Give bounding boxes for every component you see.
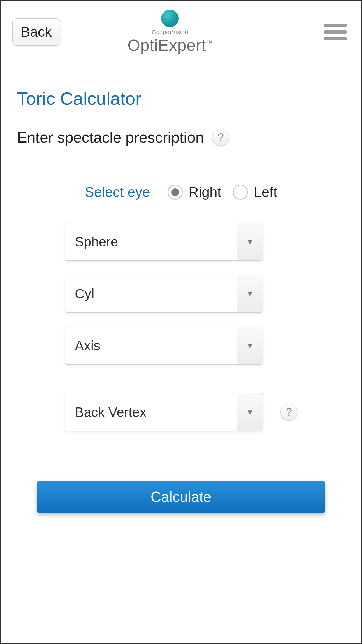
radio-label: Right — [189, 184, 221, 200]
trademark-icon: ™ — [206, 39, 213, 46]
brand-block: CooperVision OptiExpert™ — [20, 10, 321, 55]
cyl-row: Cyl ▼ — [17, 275, 345, 313]
calculate-button[interactable]: Calculate — [37, 481, 325, 513]
app-header: Back CooperVision OptiExpert™ — [1, 1, 361, 62]
chevron-down-icon: ▼ — [237, 393, 263, 431]
radio-icon — [168, 185, 183, 200]
brand-title: OptiExpert™ — [127, 36, 212, 55]
axis-row: Axis ▼ — [17, 327, 345, 365]
eye-select-label: Select eye — [85, 184, 150, 200]
eye-radio-right[interactable]: Right — [168, 184, 221, 200]
help-prescription-button[interactable]: ? — [212, 129, 229, 146]
chevron-down-icon: ▼ — [237, 223, 263, 260]
eye-select-row: Select eye Right Left — [17, 184, 345, 200]
brand-main-text: OptiExpert — [127, 36, 206, 54]
chevron-down-icon: ▼ — [237, 327, 263, 364]
eye-radio-left[interactable]: Left — [233, 184, 277, 200]
menu-icon[interactable] — [321, 21, 350, 43]
select-label: Axis — [65, 327, 237, 364]
page-title: Toric Calculator — [17, 88, 345, 109]
chevron-down-icon: ▼ — [237, 275, 263, 312]
eye-radio-group: Right Left — [168, 184, 277, 200]
sphere-select[interactable]: Sphere ▼ — [65, 223, 263, 261]
cyl-select[interactable]: Cyl ▼ — [65, 275, 263, 313]
axis-select[interactable]: Axis ▼ — [65, 327, 263, 365]
select-label: Back Vertex — [65, 393, 237, 431]
globe-icon — [161, 10, 179, 27]
help-back-vertex-button[interactable]: ? — [280, 404, 297, 421]
radio-label: Left — [254, 184, 277, 200]
spacer — [280, 337, 297, 354]
radio-icon — [233, 185, 248, 200]
back-vertex-select[interactable]: Back Vertex ▼ — [65, 393, 263, 431]
select-label: Cyl — [65, 275, 237, 312]
sphere-row: Sphere ▼ — [17, 223, 345, 261]
subtitle-text: Enter spectacle prescription — [17, 129, 204, 146]
main-content: Toric Calculator Enter spectacle prescri… — [1, 62, 361, 513]
spacer — [280, 233, 297, 250]
dropdown-list: Sphere ▼ Cyl ▼ Axis ▼ Back Vertex ▼ — [17, 223, 345, 431]
back-vertex-row: Back Vertex ▼ ? — [17, 393, 345, 431]
brand-subtitle: CooperVision — [152, 29, 189, 36]
subtitle-row: Enter spectacle prescription ? — [17, 129, 345, 146]
spacer — [280, 285, 297, 302]
select-label: Sphere — [65, 223, 237, 260]
